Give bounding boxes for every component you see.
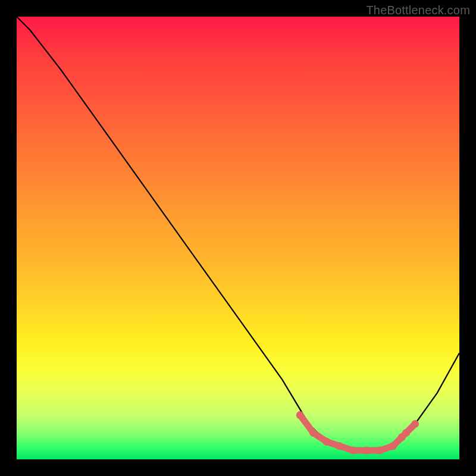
highlight-dot <box>296 411 304 419</box>
highlight-dot <box>336 442 344 450</box>
highlight-dot <box>349 447 357 455</box>
highlight-dot <box>411 420 419 428</box>
highlight-dot <box>309 429 317 437</box>
chart-frame: TheBottleneck.com <box>0 0 476 476</box>
highlight-path <box>300 415 415 451</box>
highlight-dot <box>389 442 397 450</box>
highlight-dot <box>322 438 330 446</box>
plot-area <box>17 17 459 459</box>
curve-svg <box>17 17 459 459</box>
watermark-text: TheBottleneck.com <box>366 4 470 17</box>
highlight-dot <box>402 429 410 437</box>
highlighted-minimum <box>296 411 419 455</box>
highlight-dot <box>376 447 384 455</box>
highlight-dot <box>362 447 370 455</box>
bottleneck-curve <box>17 17 459 450</box>
curve-path <box>17 17 459 450</box>
